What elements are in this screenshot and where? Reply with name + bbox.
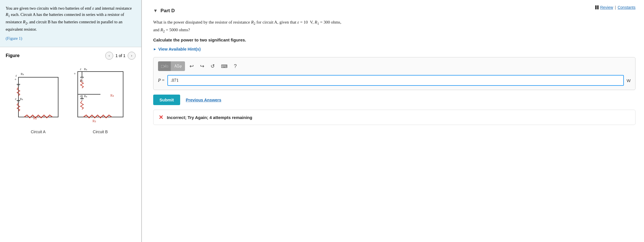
math-icon: ΑΣφ bbox=[174, 64, 182, 68]
right-panel: Review | Constants ▼ Part D What is the … bbox=[142, 0, 644, 242]
svg-text:R₁: R₁ bbox=[80, 79, 83, 82]
r1-symbol: R bbox=[6, 12, 8, 17]
submit-button[interactable]: Submit bbox=[153, 95, 180, 105]
figure-nav: ‹ 1 of 1 › bbox=[105, 52, 136, 60]
review-icon-bar1 bbox=[595, 5, 597, 9]
svg-text:R₁: R₁ bbox=[21, 72, 24, 76]
template-icon: ⬚ bbox=[161, 64, 164, 68]
equation-label: P = bbox=[158, 78, 165, 83]
error-message: Incorrect; Try Again; 4 attempts remaini… bbox=[167, 115, 252, 120]
problem-text-content: You are given two circuits with two batt… bbox=[6, 6, 132, 32]
r2-q-sub: 2 bbox=[254, 22, 255, 26]
circuit-b-container: ε R₁ ε R₁ R₁ R₂ bbox=[72, 66, 129, 134]
svg-text:+: + bbox=[74, 72, 76, 76]
figure-title: Figure bbox=[6, 53, 20, 58]
r2-q: R bbox=[251, 20, 254, 24]
circuit-a-svg: ε R₁ ε R₁ R₂ bbox=[13, 69, 64, 126]
redo-icon: ↪ bbox=[200, 63, 204, 69]
answer-box: ⬚ √ □ ΑΣφ ↩ ↪ ↺ ⌨ ? bbox=[153, 57, 635, 90]
reset-button[interactable]: ↺ bbox=[209, 62, 216, 70]
emf-q: ε bbox=[297, 20, 299, 24]
figure-count: 1 of 1 bbox=[115, 53, 125, 58]
template-button[interactable]: ⬚ √ □ bbox=[158, 61, 171, 71]
toolbar-template-group: ⬚ √ □ ΑΣφ bbox=[158, 61, 185, 71]
svg-text:R₂: R₂ bbox=[110, 93, 114, 97]
part-header: ▼ Part D bbox=[153, 8, 635, 14]
circuit-diagrams: ε R₁ ε R₁ R₂ bbox=[6, 63, 136, 143]
emf-symbol: ε bbox=[92, 6, 94, 11]
r1-q-sub: 1 bbox=[317, 22, 319, 26]
submit-row: Submit Previous Answers bbox=[153, 95, 635, 105]
question-instruction: Calculate the power to two significant f… bbox=[153, 37, 635, 42]
r1-q: R bbox=[315, 20, 317, 24]
separator: | bbox=[615, 5, 616, 10]
review-icon bbox=[595, 5, 599, 9]
hint-label: View Available Hint(s) bbox=[158, 47, 201, 51]
hint-arrow-icon: ► bbox=[153, 47, 157, 51]
reset-icon: ↺ bbox=[211, 63, 215, 69]
svg-text:+: + bbox=[14, 77, 16, 82]
redo-button[interactable]: ↪ bbox=[198, 62, 206, 70]
input-row: P = W bbox=[158, 75, 631, 86]
keyboard-icon: ⌨ bbox=[221, 64, 228, 69]
sqrt-icon: √ bbox=[164, 64, 166, 68]
svg-text:ε: ε bbox=[15, 97, 16, 101]
circuit-b-svg: ε R₁ ε R₁ R₁ R₂ bbox=[72, 66, 129, 126]
r2-q2: R bbox=[160, 28, 163, 32]
undo-button[interactable]: ↩ bbox=[188, 62, 195, 70]
review-link[interactable]: Review bbox=[595, 5, 613, 10]
svg-text:R₁: R₁ bbox=[20, 97, 23, 101]
r2-symbol: R bbox=[23, 20, 26, 24]
figure-section: Figure ‹ 1 of 1 › ε R₁ bbox=[0, 47, 141, 242]
question-text: What is the power dissipated by the resi… bbox=[153, 19, 635, 34]
undo-icon: ↩ bbox=[190, 63, 194, 69]
part-toggle-arrow[interactable]: ▼ bbox=[153, 8, 158, 13]
svg-text:R₁: R₁ bbox=[84, 67, 87, 71]
review-icon-bar2 bbox=[597, 5, 599, 9]
answer-toolbar: ⬚ √ □ ΑΣφ ↩ ↪ ↺ ⌨ ? bbox=[158, 61, 631, 71]
figure-header: Figure ‹ 1 of 1 › bbox=[6, 52, 136, 60]
problem-description: You are given two circuits with two batt… bbox=[0, 0, 141, 47]
r1-sub: 1 bbox=[8, 14, 10, 18]
svg-text:R₂: R₂ bbox=[92, 119, 96, 123]
previous-answers-link[interactable]: Previous Answers bbox=[186, 98, 221, 102]
top-links: Review | Constants bbox=[595, 5, 635, 10]
math-button[interactable]: ΑΣφ bbox=[171, 61, 185, 71]
r2-sub: 2 bbox=[26, 21, 27, 25]
box-icon: □ bbox=[166, 65, 168, 68]
svg-text:R₁: R₁ bbox=[84, 94, 87, 98]
circuit-b-label: Circuit B bbox=[93, 130, 108, 134]
circuit-a-label: Circuit A bbox=[31, 130, 45, 134]
svg-text:ε: ε bbox=[16, 74, 17, 78]
unit-label: W bbox=[627, 78, 631, 83]
review-label: Review bbox=[600, 5, 613, 10]
constants-link[interactable]: Constants bbox=[618, 5, 635, 10]
svg-rect-0 bbox=[18, 77, 58, 117]
circuit-a-container: ε R₁ ε R₁ R₂ bbox=[13, 69, 64, 134]
svg-text:ε: ε bbox=[80, 67, 81, 71]
figure-next-button[interactable]: › bbox=[128, 52, 136, 60]
error-x-icon: ✕ bbox=[159, 114, 163, 121]
part-title: Part D bbox=[161, 8, 175, 14]
error-box: ✕ Incorrect; Try Again; 4 attempts remai… bbox=[153, 110, 635, 125]
figure-link[interactable]: (Figure 1) bbox=[6, 35, 136, 41]
answer-input[interactable] bbox=[167, 75, 624, 86]
figure-prev-button[interactable]: ‹ bbox=[105, 52, 113, 60]
hint-link[interactable]: ► View Available Hint(s) bbox=[153, 47, 635, 51]
r2-q2-sub: 2 bbox=[163, 29, 165, 33]
svg-text:ε: ε bbox=[80, 94, 81, 98]
keyboard-button[interactable]: ⌨ bbox=[219, 62, 229, 70]
left-panel: You are given two circuits with two batt… bbox=[0, 0, 142, 242]
help-button[interactable]: ? bbox=[232, 62, 238, 70]
help-icon: ? bbox=[234, 63, 237, 69]
